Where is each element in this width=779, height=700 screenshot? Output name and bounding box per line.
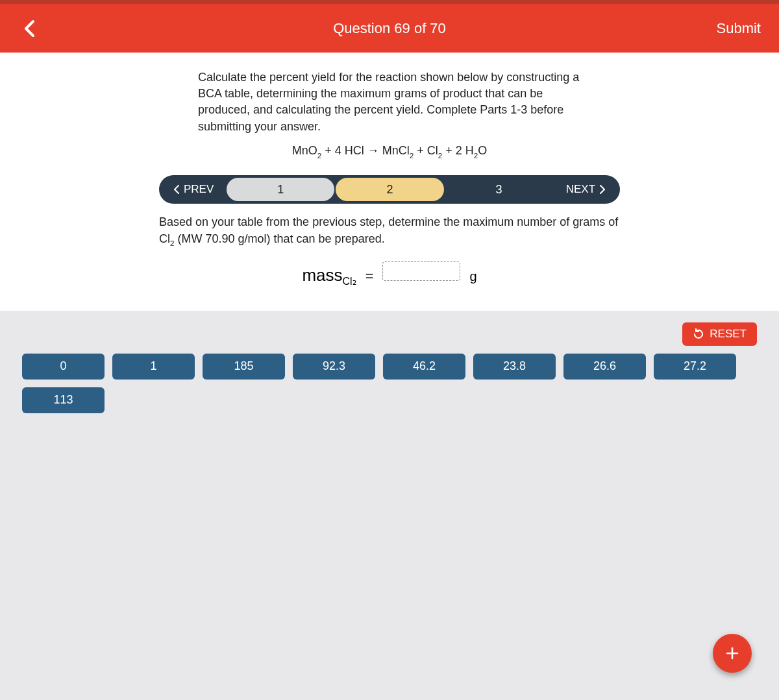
prev-step-button[interactable]: PREV	[162, 183, 225, 196]
mass-label: massCl₂	[302, 265, 356, 287]
chemical-equation: MnO2 + 4 HCl → MnCl2 + Cl2 + 2 H2O	[159, 144, 620, 159]
answer-tile[interactable]: 0	[22, 354, 105, 380]
mass-input-dropzone[interactable]	[382, 261, 460, 281]
answer-tile[interactable]: 113	[22, 387, 105, 413]
step-instruction: Based on your table from the previous st…	[159, 214, 620, 248]
app-header: Question 69 of 70 Submit	[0, 4, 779, 53]
chevron-right-icon	[599, 185, 606, 194]
back-button[interactable]	[18, 17, 42, 40]
step-1[interactable]: 1	[227, 178, 334, 201]
add-fab[interactable]	[713, 634, 752, 673]
equals-sign: =	[365, 268, 374, 285]
step-2[interactable]: 2	[336, 178, 443, 201]
chevron-left-icon	[173, 185, 180, 194]
answer-tile[interactable]: 92.3	[293, 354, 375, 380]
plus-icon	[725, 646, 739, 660]
submit-button[interactable]: Submit	[717, 20, 761, 37]
answer-tile[interactable]: 46.2	[383, 354, 465, 380]
reset-icon	[693, 328, 704, 340]
answer-tile[interactable]: 1	[112, 354, 195, 380]
answer-tiles: 0 1 185 92.3 46.2 23.8 26.6 27.2 113	[22, 354, 757, 413]
answer-tile[interactable]: 27.2	[654, 354, 736, 380]
question-counter: Question 69 of 70	[333, 20, 446, 37]
question-panel: Calculate the percent yield for the reac…	[0, 53, 779, 311]
reset-button[interactable]: RESET	[682, 322, 757, 346]
answer-tile[interactable]: 23.8	[473, 354, 556, 380]
step-nav: PREV 1 2 3 NEXT	[159, 175, 620, 204]
answer-tile[interactable]: 185	[203, 354, 285, 380]
chevron-left-icon	[23, 19, 37, 38]
mass-equation: massCl₂ = g	[159, 261, 620, 287]
answer-tile[interactable]: 26.6	[563, 354, 646, 380]
mass-unit: g	[469, 269, 476, 284]
question-prompt: Calculate the percent yield for the reac…	[198, 69, 581, 135]
answer-tile-area: RESET 0 1 185 92.3 46.2 23.8 26.6 27.2 1…	[0, 311, 779, 425]
step-3[interactable]: 3	[445, 178, 553, 201]
next-step-button[interactable]: NEXT	[554, 183, 617, 196]
